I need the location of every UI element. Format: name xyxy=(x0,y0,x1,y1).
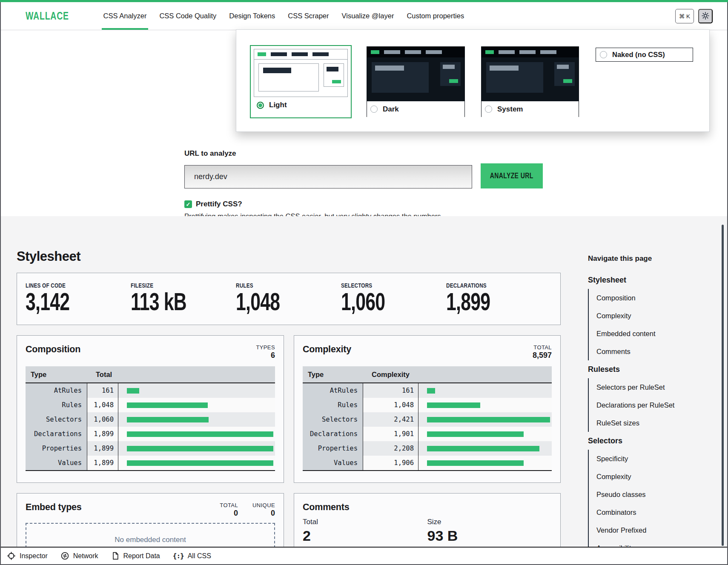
theme-option-system[interactable]: System xyxy=(481,46,579,117)
value-bar xyxy=(127,417,209,422)
prettify-option: ✓ Prettify CSS? xyxy=(184,200,242,208)
naked-radio[interactable] xyxy=(600,51,607,58)
nav-item[interactable]: CSS Analyzer xyxy=(103,2,147,30)
composition-card: Composition TYPES 6 Type Total AtRules 1… xyxy=(17,335,284,483)
system-radio[interactable] xyxy=(485,106,492,113)
system-label: System xyxy=(497,105,523,114)
theme-option-dark[interactable]: Dark xyxy=(367,46,465,117)
prettify-checkbox[interactable]: ✓ xyxy=(184,200,192,208)
nav-link[interactable]: Comments xyxy=(596,342,716,360)
nav-group: CompositionComplexityEmbedded contentCom… xyxy=(588,289,716,360)
nav-link[interactable]: Complexity xyxy=(596,307,716,325)
table-row: Selectors 2,421 xyxy=(303,412,552,427)
light-theme-preview xyxy=(254,49,348,97)
nav-group: SpecificityComplexityPseudo classesCombi… xyxy=(588,450,716,557)
nav-link[interactable]: Declarations per RuleSet xyxy=(596,396,716,414)
nav-link[interactable]: Embedded content xyxy=(596,325,716,342)
nav-item[interactable]: CSS Code Quality xyxy=(159,2,216,30)
stylesheet-metrics: LINES OF CODE 3,142 FILESIZE 113 kB RULE… xyxy=(17,273,561,325)
analyze-url-button[interactable]: ANALYZE URL xyxy=(481,163,543,188)
nav-item[interactable]: Custom properties xyxy=(407,2,464,30)
table-row: Values 1,906 xyxy=(303,456,552,470)
prettify-label: Prettify CSS? xyxy=(196,200,242,208)
column-header-type: Type xyxy=(26,371,87,379)
composition-table: Type Total AtRules 161 Rules 1,048 xyxy=(26,366,275,471)
value-bar xyxy=(127,446,273,451)
column-header-complexity: Complexity xyxy=(363,371,418,379)
table-row: Declarations 1,899 xyxy=(26,427,275,441)
types-stat-label: TYPES xyxy=(256,344,275,351)
network-icon xyxy=(60,551,69,560)
theme-option-naked[interactable]: Naked (no CSS) xyxy=(596,48,693,62)
nav-link[interactable]: Selectors per RuleSet xyxy=(596,378,716,396)
naked-label: Naked (no CSS) xyxy=(612,51,665,59)
topbar-actions: ⌘ K xyxy=(675,2,713,30)
file-icon xyxy=(111,551,120,560)
page-nav-title: Navigate this page xyxy=(588,254,716,264)
metric: DECLARATIONS 1,899 xyxy=(446,282,551,325)
theme-toggle-button[interactable] xyxy=(698,9,713,23)
embed-types-title: Embed types xyxy=(26,502,82,513)
complexity-title: Complexity xyxy=(303,344,351,355)
url-label: URL to analyze xyxy=(184,149,236,158)
nav-link[interactable]: Pseudo classes xyxy=(596,485,716,503)
tab-label: Inspector xyxy=(20,552,48,560)
tab-label: All CSS xyxy=(188,552,211,560)
nav-link[interactable]: Combinators xyxy=(596,503,716,521)
url-input[interactable] xyxy=(184,165,472,188)
nav-section-selectors: Selectors xyxy=(588,432,716,450)
tab-inspector[interactable]: Inspector xyxy=(7,551,48,560)
nav-link[interactable]: RuleSet sizes xyxy=(596,414,716,432)
value-bar xyxy=(427,431,524,437)
dark-radio[interactable] xyxy=(370,106,378,113)
command-palette-button[interactable]: ⌘ K xyxy=(675,9,694,23)
nav-link[interactable]: Specificity xyxy=(596,450,716,468)
metric: LINES OF CODE 3,142 xyxy=(26,282,131,325)
value-bar xyxy=(427,417,550,422)
dark-theme-preview xyxy=(367,47,464,101)
comments-stat: Size 93 B xyxy=(427,518,552,544)
tab-network[interactable]: Network xyxy=(60,551,98,560)
comments-stat: Total 2 xyxy=(303,518,427,544)
light-label: Light xyxy=(269,101,287,109)
wallace-logo[interactable]: WALLACE xyxy=(26,10,81,22)
theme-option-light[interactable]: Light xyxy=(250,45,352,118)
comments-title: Comments xyxy=(303,502,350,513)
table-row: Rules 1,048 xyxy=(26,398,275,412)
nav-item[interactable]: Visualize @layer xyxy=(342,2,394,30)
dark-label: Dark xyxy=(383,105,399,114)
sun-icon xyxy=(701,11,710,21)
complexity-card: Complexity TOTAL 8,597 Type Complexity A… xyxy=(294,335,561,483)
devtools-bar: Inspector Network Report Data {:} All CS… xyxy=(0,547,728,564)
total-stat-label: TOTAL xyxy=(533,344,552,351)
embed-stat: UNIQUE 0 xyxy=(252,502,275,518)
value-bar xyxy=(427,446,539,451)
braces-icon: {:} xyxy=(173,552,184,560)
tab-all-css[interactable]: {:} All CSS xyxy=(173,552,211,560)
value-bar xyxy=(127,388,139,394)
nav-item[interactable]: CSS Scraper xyxy=(288,2,329,30)
nav-link[interactable]: Vendor Prefixed xyxy=(596,521,716,539)
system-theme-preview xyxy=(482,47,579,101)
value-bar xyxy=(127,402,208,408)
table-row: AtRules 161 xyxy=(26,383,275,398)
value-bar xyxy=(427,388,435,394)
table-row: Declarations 1,901 xyxy=(303,427,552,441)
scrollbar-thumb[interactable] xyxy=(722,225,724,546)
page-title: Stylesheet xyxy=(17,249,80,264)
tab-report-data[interactable]: Report Data xyxy=(111,551,160,560)
table-row: Rules 1,048 xyxy=(303,398,552,412)
main-nav: CSS AnalyzerCSS Code QualityDesign Token… xyxy=(103,2,464,30)
composition-title: Composition xyxy=(26,344,80,355)
nav-link[interactable]: Complexity xyxy=(596,468,716,485)
top-navbar: WALLACE CSS AnalyzerCSS Code QualityDesi… xyxy=(0,2,728,30)
column-header-type: Type xyxy=(303,371,363,379)
nav-item[interactable]: Design Tokens xyxy=(229,2,275,30)
value-bar xyxy=(127,431,273,437)
embed-stat: TOTAL 0 xyxy=(220,502,238,518)
inspect-icon xyxy=(7,551,16,560)
window-top-accent xyxy=(0,0,728,2)
light-radio[interactable] xyxy=(257,102,264,109)
metric: FILESIZE 113 kB xyxy=(131,282,236,325)
nav-link[interactable]: Composition xyxy=(596,289,716,307)
